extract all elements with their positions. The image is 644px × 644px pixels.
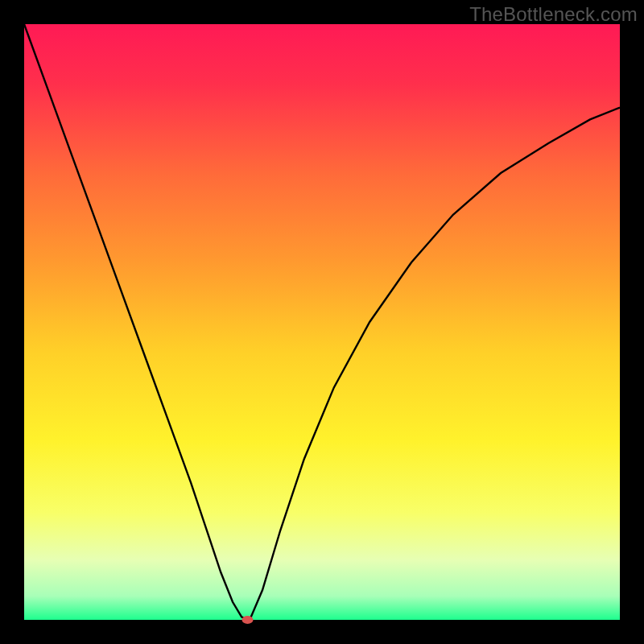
bottleneck-chart xyxy=(0,0,644,644)
chart-container: TheBottleneck.com xyxy=(0,0,644,644)
watermark-text: TheBottleneck.com xyxy=(469,3,638,26)
optimal-point-marker xyxy=(242,616,254,624)
plot-background xyxy=(24,24,620,620)
